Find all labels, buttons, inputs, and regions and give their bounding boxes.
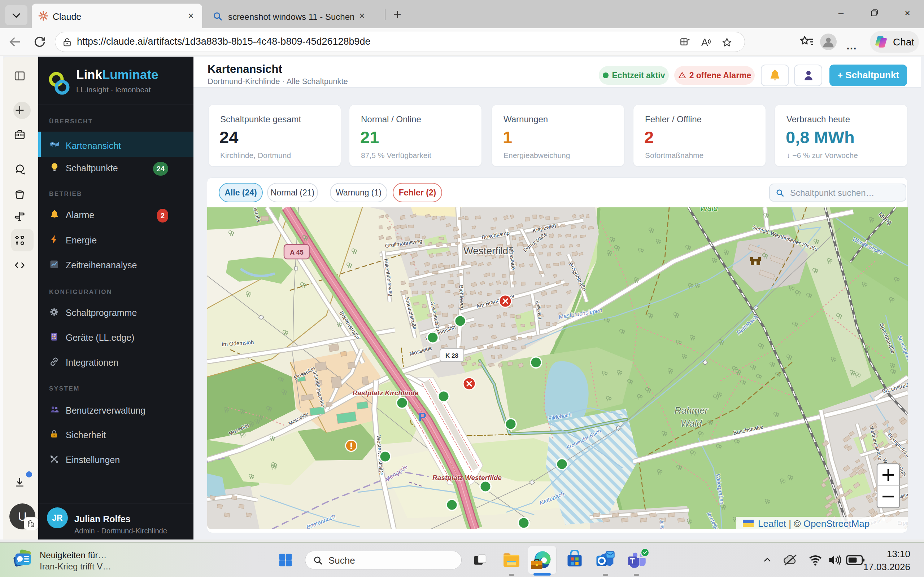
svg-text:Rahmer: Rahmer — [675, 405, 709, 416]
svg-text:Biehleweg: Biehleweg — [458, 285, 465, 310]
svg-text:A 45: A 45 — [290, 249, 303, 256]
svg-text:Wald: Wald — [700, 207, 718, 213]
svg-text:P: P — [418, 410, 426, 423]
svg-text:Wald: Wald — [681, 418, 703, 429]
svg-text:Westerfilde: Westerfilde — [464, 245, 514, 256]
svg-text:Rastplatz Westerfilde: Rastplatz Westerfilde — [432, 474, 502, 482]
svg-text:Rastplatz Kirchlinde: Rastplatz Kirchlinde — [353, 389, 419, 397]
svg-text:Leaflet | © OpenStreetMap: Leaflet | © OpenStreetMap — [758, 518, 869, 529]
svg-text:K 28: K 28 — [446, 352, 459, 359]
